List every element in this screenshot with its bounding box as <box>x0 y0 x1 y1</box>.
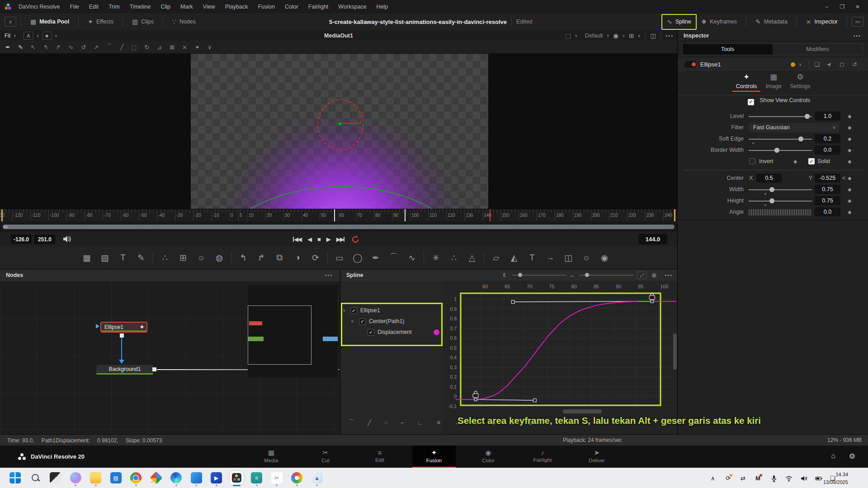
stop-button[interactable]: ■ <box>317 236 320 243</box>
colorcurves-tool[interactable]: ∴ <box>156 253 174 263</box>
keyframe-diamond[interactable]: ◆ <box>848 209 851 215</box>
menu-mark[interactable]: Mark <box>175 0 198 13</box>
magic-wand-tool[interactable]: ✦ <box>195 44 200 51</box>
multiply-tool[interactable]: ⨯ <box>182 44 187 51</box>
menu-fairlight[interactable]: Fairlight <box>303 0 333 13</box>
lock-icon[interactable]: ◻ <box>840 61 844 68</box>
linear-spline-button[interactable]: ╱ <box>368 419 371 426</box>
nodes-panel-menu-button[interactable]: ••• <box>325 272 333 278</box>
corner-out-tool[interactable]: ↱ <box>56 44 61 51</box>
maximize-button[interactable]: ❐ <box>835 4 850 10</box>
settings-gear-icon[interactable]: ⚙ <box>849 452 855 460</box>
menu-fusion[interactable]: Fusion <box>253 0 280 13</box>
battery-icon[interactable] <box>815 468 822 488</box>
param-slider[interactable] <box>749 189 812 190</box>
close-button[interactable]: ✕ <box>850 4 865 10</box>
node-input-triangle[interactable] <box>96 324 99 328</box>
slider-knob[interactable] <box>769 198 774 203</box>
drive-icon[interactable] <box>150 471 162 484</box>
timeline-ruler[interactable]: -130-120-110-100-90-80-70-60-50-40-30-20… <box>0 209 677 222</box>
play-button[interactable]: ▶ <box>326 236 330 243</box>
param-value[interactable]: 0.2 <box>815 134 840 143</box>
horizontal-scale-icon[interactable]: ↔ <box>569 272 575 278</box>
spline-tree-item-ellipse1[interactable]: ∨✓Ellipse1 <box>340 306 443 314</box>
menu-davinci-resolve[interactable]: DaVinci Resolve <box>14 0 65 13</box>
bspline-mask-tool[interactable]: ⌒ <box>385 252 403 263</box>
spline-button[interactable]: ∿ Spline <box>662 15 695 29</box>
graph-vscroll-thumb[interactable] <box>673 333 677 370</box>
show-view-controls-row[interactable]: ✓ Show View Controls <box>748 99 810 105</box>
page-tab-fusion[interactable]: ✦Fusion <box>412 446 456 468</box>
horizontal-scale-slider[interactable] <box>579 275 633 276</box>
go-to-first-frame-button[interactable]: ◀◀ <box>293 236 301 243</box>
fastnoise-tool[interactable]: ▨ <box>96 253 114 263</box>
vertical-scale-slider[interactable] <box>512 275 566 276</box>
subtab-settings[interactable]: ⚙Settings <box>782 72 818 89</box>
text3d-tool[interactable]: T <box>523 253 541 263</box>
menu-workspace[interactable]: Workspace <box>333 0 371 13</box>
keyframe-diamond[interactable]: ◆ <box>848 147 851 153</box>
timeline-scrollbar[interactable] <box>3 225 675 229</box>
node-output-square[interactable] <box>120 333 124 338</box>
dual-viewer-icon[interactable]: ◫ <box>650 33 656 39</box>
node-connection[interactable] <box>121 338 122 360</box>
copy-icon[interactable]: ❏ <box>814 61 820 68</box>
quick-export-button[interactable]: ∨ <box>5 17 16 27</box>
node-navigator[interactable] <box>248 285 338 377</box>
keyframe-diamond[interactable]: ◆ <box>793 159 797 164</box>
store-icon[interactable]: ▤ <box>110 472 122 483</box>
spotlight3d-tool[interactable]: ☼ <box>577 253 595 263</box>
tray-expand-icon[interactable]: ∧ <box>711 468 715 488</box>
range-out-field[interactable]: 251.0 <box>34 235 55 244</box>
tree-checkbox[interactable]: ✓ <box>368 329 374 336</box>
slider-knob[interactable] <box>774 148 779 153</box>
keyframe-diamond[interactable]: ◆ <box>848 125 851 131</box>
smooth-tool[interactable]: ⌒ <box>106 43 112 51</box>
mic-icon[interactable] <box>770 468 778 488</box>
renderer3d-tool[interactable]: ◉ <box>595 253 613 263</box>
slider-knob[interactable] <box>769 187 774 192</box>
inspector-button[interactable]: ⨯ Inspector <box>802 13 842 30</box>
blur-tool[interactable]: ◍ <box>210 253 228 263</box>
show-view-controls-checkbox[interactable]: ✓ <box>748 99 754 105</box>
tab-modifiers[interactable]: Modifiers <box>773 44 863 55</box>
tray-devices-icon[interactable]: ⇄ <box>741 468 745 488</box>
lut-select[interactable]: Default <box>585 33 603 39</box>
keyframes-button[interactable]: ❖ Keyframes <box>697 13 741 30</box>
effects-button[interactable]: ✦ Effects <box>83 13 118 30</box>
keyframe-diamond[interactable]: ◆ <box>848 113 851 119</box>
flat-spline-button[interactable]: ○ <box>384 419 388 426</box>
param-slider[interactable] <box>749 116 812 117</box>
inspector-menu-button[interactable]: ••• <box>853 33 861 38</box>
linear-tool[interactable]: ╱ <box>120 44 123 51</box>
minimize-button[interactable]: – <box>819 4 835 10</box>
param-value[interactable]: 0.0 <box>815 145 840 155</box>
photos-icon[interactable]: ▲ <box>311 472 323 483</box>
chrome-icon[interactable] <box>130 472 142 483</box>
imageplane3d-tool[interactable]: ▱ <box>487 253 505 263</box>
current-frame-field[interactable]: 144.0 <box>638 234 667 244</box>
menu-trim[interactable]: Trim <box>104 0 125 13</box>
reverse-spline-button[interactable]: ✕ <box>436 419 441 426</box>
chevron-down-icon[interactable]: ∨ <box>343 308 346 313</box>
node-ellipse1[interactable]: Ellipse1 ◈ <box>100 322 147 333</box>
vertical-scale-icon[interactable]: ⇕ <box>502 272 506 278</box>
colorcorrector-tool[interactable]: ⊞ <box>174 253 192 263</box>
prender-tool[interactable]: △ <box>463 253 481 263</box>
menu-playback[interactable]: Playback <box>220 0 253 13</box>
menu-help[interactable]: Help <box>372 0 393 13</box>
menu-timeline[interactable]: Timeline <box>125 0 156 13</box>
clipchamp-icon[interactable]: ✂ <box>271 472 283 483</box>
clips-button[interactable]: ▥ Clips <box>127 13 158 30</box>
viewer-menu-button[interactable]: ••• <box>665 33 674 38</box>
step-out-button[interactable]: ∟ <box>417 419 423 426</box>
param-slider[interactable] <box>749 150 812 151</box>
slider-knob[interactable] <box>798 136 803 141</box>
range-in-field[interactable]: -126.0 <box>11 235 32 244</box>
copilot-icon[interactable] <box>70 472 81 483</box>
menu-view[interactable]: View <box>198 0 220 13</box>
ellipse-angle-handle[interactable] <box>340 123 361 124</box>
panel-layout-button[interactable]: ▭ <box>852 17 863 27</box>
corner-in-tool[interactable]: ↰ <box>43 44 48 51</box>
draw-tool[interactable]: ✎ <box>18 44 23 51</box>
